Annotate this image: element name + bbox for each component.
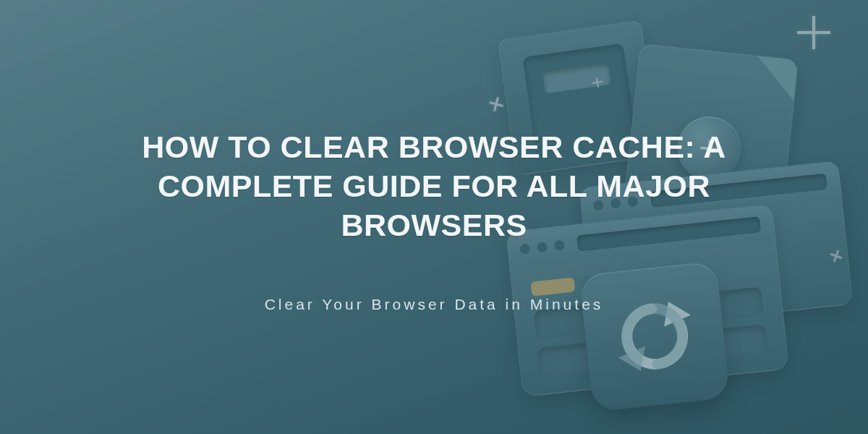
hero-banner: +: [0, 0, 868, 434]
page-title: HOW TO CLEAR BROWSER CACHE: A COMPLETE G…: [87, 128, 781, 244]
page-subtitle: Clear Your Browser Data in Minutes: [265, 296, 604, 313]
hero-content: HOW TO CLEAR BROWSER CACHE: A COMPLETE G…: [0, 0, 868, 434]
